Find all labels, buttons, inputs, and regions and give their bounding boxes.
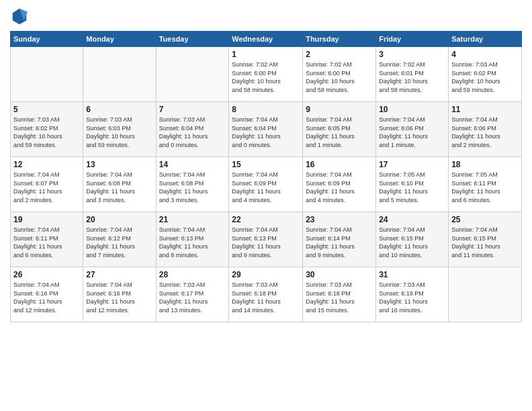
day-number: 19 (13, 215, 80, 224)
day-cell: 16Sunrise: 7:04 AM Sunset: 6:09 PM Dayli… (303, 157, 376, 212)
day-info: Sunrise: 7:03 AM Sunset: 6:18 PM Dayligh… (232, 281, 300, 314)
day-info: Sunrise: 7:04 AM Sunset: 6:14 PM Dayligh… (306, 226, 373, 259)
day-info: Sunrise: 7:04 AM Sunset: 6:06 PM Dayligh… (379, 116, 445, 149)
day-cell (83, 47, 156, 102)
day-number: 15 (232, 160, 300, 169)
day-cell: 9Sunrise: 7:04 AM Sunset: 6:05 PM Daylig… (303, 102, 376, 157)
day-info: Sunrise: 7:03 AM Sunset: 6:18 PM Dayligh… (306, 281, 373, 314)
day-info: Sunrise: 7:03 AM Sunset: 6:03 PM Dayligh… (86, 116, 152, 149)
day-info: Sunrise: 7:03 AM Sunset: 6:19 PM Dayligh… (379, 281, 445, 314)
day-info: Sunrise: 7:04 AM Sunset: 6:15 PM Dayligh… (451, 226, 519, 259)
day-cell: 27Sunrise: 7:04 AM Sunset: 6:16 PM Dayli… (83, 267, 156, 322)
day-info: Sunrise: 7:04 AM Sunset: 6:15 PM Dayligh… (379, 226, 445, 259)
day-cell: 25Sunrise: 7:04 AM Sunset: 6:15 PM Dayli… (449, 212, 522, 267)
day-number: 18 (451, 160, 519, 169)
week-row-3: 12Sunrise: 7:04 AM Sunset: 6:07 PM Dayli… (11, 157, 522, 212)
day-info: Sunrise: 7:04 AM Sunset: 6:08 PM Dayligh… (159, 171, 226, 204)
day-info: Sunrise: 7:02 AM Sunset: 6:00 PM Dayligh… (232, 60, 300, 94)
day-info: Sunrise: 7:04 AM Sunset: 6:12 PM Dayligh… (86, 226, 152, 259)
day-number: 31 (379, 270, 445, 279)
day-cell: 2Sunrise: 7:02 AM Sunset: 6:00 PM Daylig… (303, 47, 376, 102)
day-cell: 17Sunrise: 7:05 AM Sunset: 6:10 PM Dayli… (376, 157, 449, 212)
day-number: 13 (86, 160, 152, 169)
day-cell: 24Sunrise: 7:04 AM Sunset: 6:15 PM Dayli… (376, 212, 449, 267)
day-number: 8 (232, 105, 300, 114)
day-info: Sunrise: 7:04 AM Sunset: 6:05 PM Dayligh… (306, 116, 373, 149)
day-cell: 23Sunrise: 7:04 AM Sunset: 6:14 PM Dayli… (303, 212, 376, 267)
day-number: 1 (232, 50, 300, 59)
weekday-header-tuesday: Tuesday (156, 32, 229, 47)
day-cell: 7Sunrise: 7:03 AM Sunset: 6:04 PM Daylig… (156, 102, 229, 157)
day-info: Sunrise: 7:04 AM Sunset: 6:06 PM Dayligh… (451, 116, 519, 149)
day-info: Sunrise: 7:04 AM Sunset: 6:04 PM Dayligh… (232, 116, 300, 149)
day-cell: 18Sunrise: 7:05 AM Sunset: 6:11 PM Dayli… (449, 157, 522, 212)
day-cell: 8Sunrise: 7:04 AM Sunset: 6:04 PM Daylig… (229, 102, 303, 157)
day-cell: 28Sunrise: 7:03 AM Sunset: 6:17 PM Dayli… (156, 267, 229, 322)
day-number: 16 (306, 160, 373, 169)
weekday-header-saturday: Saturday (449, 32, 522, 47)
day-info: Sunrise: 7:05 AM Sunset: 6:10 PM Dayligh… (379, 171, 445, 204)
day-number: 28 (159, 270, 226, 279)
day-number: 30 (306, 270, 373, 279)
day-info: Sunrise: 7:04 AM Sunset: 6:09 PM Dayligh… (232, 171, 300, 204)
day-number: 25 (451, 215, 519, 224)
day-number: 21 (159, 215, 226, 224)
day-number: 26 (13, 270, 80, 279)
week-row-5: 26Sunrise: 7:04 AM Sunset: 6:16 PM Dayli… (11, 267, 522, 322)
day-cell: 3Sunrise: 7:02 AM Sunset: 6:01 PM Daylig… (376, 47, 449, 102)
day-cell: 20Sunrise: 7:04 AM Sunset: 6:12 PM Dayli… (83, 212, 156, 267)
day-cell: 14Sunrise: 7:04 AM Sunset: 6:08 PM Dayli… (156, 157, 229, 212)
day-info: Sunrise: 7:04 AM Sunset: 6:09 PM Dayligh… (306, 171, 373, 204)
day-cell: 15Sunrise: 7:04 AM Sunset: 6:09 PM Dayli… (229, 157, 303, 212)
day-number: 4 (451, 50, 519, 59)
day-number: 9 (306, 105, 373, 114)
day-info: Sunrise: 7:03 AM Sunset: 6:04 PM Dayligh… (159, 116, 226, 149)
day-info: Sunrise: 7:04 AM Sunset: 6:07 PM Dayligh… (13, 171, 80, 204)
day-cell: 6Sunrise: 7:03 AM Sunset: 6:03 PM Daylig… (83, 102, 156, 157)
week-row-2: 5Sunrise: 7:03 AM Sunset: 6:02 PM Daylig… (11, 102, 522, 157)
page: SundayMondayTuesdayWednesdayThursdayFrid… (0, 0, 532, 411)
day-number: 11 (451, 105, 519, 114)
day-number: 2 (306, 50, 373, 59)
day-cell: 31Sunrise: 7:03 AM Sunset: 6:19 PM Dayli… (376, 267, 449, 322)
day-info: Sunrise: 7:04 AM Sunset: 6:11 PM Dayligh… (13, 226, 80, 259)
logo (10, 7, 32, 26)
day-cell: 21Sunrise: 7:04 AM Sunset: 6:13 PM Dayli… (156, 212, 229, 267)
day-number: 29 (232, 270, 300, 279)
header (10, 7, 522, 26)
day-cell: 30Sunrise: 7:03 AM Sunset: 6:18 PM Dayli… (303, 267, 376, 322)
day-number: 24 (379, 215, 445, 224)
day-number: 7 (159, 105, 226, 114)
day-info: Sunrise: 7:03 AM Sunset: 6:02 PM Dayligh… (451, 60, 519, 94)
day-cell: 13Sunrise: 7:04 AM Sunset: 6:08 PM Dayli… (83, 157, 156, 212)
day-number: 20 (86, 215, 152, 224)
day-number: 17 (379, 160, 445, 169)
day-cell (156, 47, 229, 102)
day-number: 3 (379, 50, 445, 59)
day-number: 6 (86, 105, 152, 114)
day-info: Sunrise: 7:04 AM Sunset: 6:16 PM Dayligh… (13, 281, 80, 314)
weekday-header-row: SundayMondayTuesdayWednesdayThursdayFrid… (11, 32, 522, 47)
day-cell: 22Sunrise: 7:04 AM Sunset: 6:13 PM Dayli… (229, 212, 303, 267)
day-number: 10 (379, 105, 445, 114)
weekday-header-sunday: Sunday (11, 32, 83, 47)
day-cell: 26Sunrise: 7:04 AM Sunset: 6:16 PM Dayli… (11, 267, 83, 322)
day-number: 5 (13, 105, 80, 114)
day-cell: 4Sunrise: 7:03 AM Sunset: 6:02 PM Daylig… (449, 47, 522, 102)
day-info: Sunrise: 7:04 AM Sunset: 6:13 PM Dayligh… (159, 226, 226, 259)
day-cell: 1Sunrise: 7:02 AM Sunset: 6:00 PM Daylig… (229, 47, 303, 102)
day-number: 27 (86, 270, 152, 279)
day-cell: 10Sunrise: 7:04 AM Sunset: 6:06 PM Dayli… (376, 102, 449, 157)
day-info: Sunrise: 7:04 AM Sunset: 6:16 PM Dayligh… (86, 281, 152, 314)
logo-icon (10, 7, 29, 26)
day-cell: 11Sunrise: 7:04 AM Sunset: 6:06 PM Dayli… (449, 102, 522, 157)
calendar-table: SundayMondayTuesdayWednesdayThursdayFrid… (10, 31, 522, 322)
day-info: Sunrise: 7:04 AM Sunset: 6:08 PM Dayligh… (86, 171, 152, 204)
week-row-1: 1Sunrise: 7:02 AM Sunset: 6:00 PM Daylig… (11, 47, 522, 102)
day-number: 23 (306, 215, 373, 224)
week-row-4: 19Sunrise: 7:04 AM Sunset: 6:11 PM Dayli… (11, 212, 522, 267)
day-number: 14 (159, 160, 226, 169)
weekday-header-monday: Monday (83, 32, 156, 47)
day-cell: 12Sunrise: 7:04 AM Sunset: 6:07 PM Dayli… (11, 157, 83, 212)
day-info: Sunrise: 7:04 AM Sunset: 6:13 PM Dayligh… (232, 226, 300, 259)
